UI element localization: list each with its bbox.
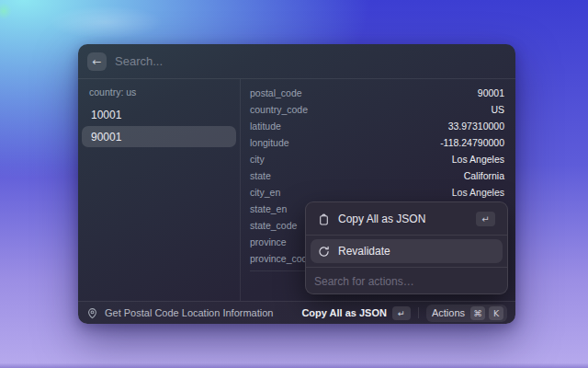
- metadata-label: city_en: [250, 187, 280, 198]
- popup-divider: [306, 235, 507, 236]
- search-input[interactable]: [115, 54, 506, 68]
- action-label: Copy All as JSON: [338, 213, 468, 225]
- revalidate-icon: [318, 246, 330, 258]
- list-item[interactable]: 10001: [82, 104, 236, 125]
- metadata-row: state California: [250, 167, 504, 184]
- metadata-row: postal_code 90001: [250, 85, 504, 101]
- search-bar: ←: [78, 44, 515, 79]
- metadata-value: Los Angeles: [452, 154, 504, 165]
- metadata-row: country_code US: [250, 101, 504, 118]
- list-item-selected[interactable]: 90001: [82, 126, 236, 147]
- action-label: Revalidate: [338, 245, 495, 258]
- metadata-value: Los Angeles: [452, 187, 504, 198]
- metadata-label: postal_code: [250, 87, 302, 98]
- metadata-label: city: [250, 154, 265, 165]
- clipboard-icon: [318, 213, 330, 225]
- metadata-row: city Los Angeles: [250, 151, 504, 167]
- result-list: country: us 10001 90001: [78, 79, 241, 301]
- metadata-row: latitude 33.97310000: [250, 118, 504, 134]
- status-divider: [418, 307, 419, 318]
- status-bar-right: Copy All as JSON ↵ Actions ⌘ K: [301, 305, 507, 322]
- k-key-badge: K: [489, 306, 503, 320]
- metadata-label: country_code: [250, 104, 308, 115]
- actions-button-label: Actions: [430, 307, 467, 318]
- metadata-label: latitude: [250, 121, 281, 132]
- popup-divider: [306, 267, 507, 268]
- metadata-label: state: [250, 170, 271, 181]
- filter-label: country: us: [78, 82, 240, 103]
- enter-key-badge: ↵: [476, 212, 495, 226]
- metadata-label: longitude: [250, 137, 289, 148]
- enter-key-badge: ↵: [392, 306, 411, 320]
- back-button[interactable]: ←: [87, 52, 107, 71]
- metadata-value: -118.24790000: [440, 137, 504, 148]
- actions-search: [311, 271, 503, 293]
- location-pin-icon: [86, 307, 98, 319]
- metadata-row: longitude -118.24790000: [250, 134, 504, 151]
- metadata-value: US: [491, 104, 504, 115]
- actions-popup: Copy All as JSON ↵ Revalidate: [305, 201, 508, 294]
- cmd-key-badge: ⌘: [470, 306, 485, 320]
- metadata-value: 90001: [478, 87, 504, 98]
- metadata-label: province: [250, 236, 287, 247]
- metadata-value: 33.97310000: [448, 121, 504, 132]
- action-item-copy-all-as-json[interactable]: Copy All as JSON ↵: [311, 207, 503, 231]
- status-bar: Get Postal Code Location Information Cop…: [78, 301, 515, 324]
- command-title: Get Postal Code Location Information: [105, 307, 273, 318]
- metadata-row: city_en Los Angeles: [250, 184, 504, 201]
- metadata-label: state_en: [250, 203, 287, 214]
- launcher-window: ← country: us 10001 90001 postal_code 90…: [78, 44, 515, 324]
- actions-search-input[interactable]: [314, 275, 499, 288]
- actions-button[interactable]: Actions ⌘ K: [426, 305, 507, 322]
- metadata-label: province_code: [250, 253, 312, 264]
- metadata-value: California: [464, 170, 504, 181]
- action-item-revalidate[interactable]: Revalidate: [311, 239, 503, 263]
- metadata-label: state_code: [250, 220, 297, 231]
- primary-action-button[interactable]: Copy All as JSON: [301, 307, 387, 318]
